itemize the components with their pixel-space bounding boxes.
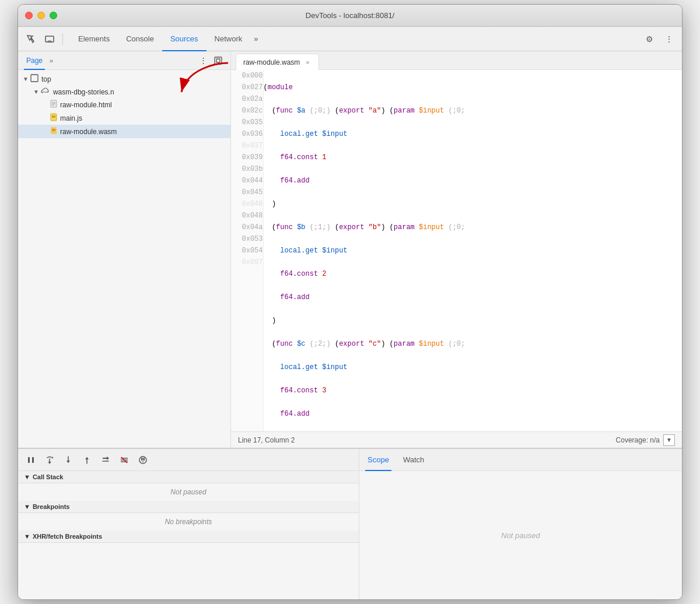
svg-rect-5 bbox=[31, 75, 38, 82]
traffic-lights bbox=[25, 12, 57, 19]
minimize-button[interactable] bbox=[37, 12, 45, 19]
coverage-area: Coverage: n/a ▼ bbox=[616, 434, 675, 446]
expand-arrow-top: ▼ bbox=[23, 76, 29, 82]
js-file-icon bbox=[50, 113, 57, 123]
sidebar-tab-page[interactable]: Page bbox=[24, 52, 45, 70]
call-stack-header[interactable]: ▼ Call Stack bbox=[18, 471, 359, 483]
main-area: Page » ⋮ bbox=[18, 51, 682, 448]
breakpoints-status: No breakpoints bbox=[165, 518, 212, 526]
svg-rect-2 bbox=[215, 57, 222, 64]
sidebar-more-button[interactable]: » bbox=[47, 56, 55, 65]
editor-tab-filename: raw-module.wasm bbox=[243, 58, 300, 66]
menu-button[interactable]: ⋮ bbox=[661, 31, 677, 47]
main-toolbar: Elements Console Sources Network » ⚙ ⋮ bbox=[18, 27, 682, 51]
window-title: DevTools - localhost:8081/ bbox=[306, 11, 394, 20]
tab-console[interactable]: Console bbox=[118, 27, 162, 51]
call-stack-content: Not paused bbox=[18, 483, 359, 501]
step-into-button[interactable] bbox=[61, 453, 75, 467]
breakpoints-label: Breakpoints bbox=[33, 503, 70, 510]
sync-icon[interactable] bbox=[212, 54, 225, 67]
editor-tabs: raw-module.wasm × bbox=[231, 51, 682, 70]
html-file-icon bbox=[50, 100, 57, 110]
device-toolbar-button[interactable] bbox=[41, 31, 58, 47]
tab-sources[interactable]: Sources bbox=[162, 27, 206, 51]
right-tabs: Scope Watch bbox=[359, 449, 682, 471]
main-tabs: Elements Console Sources Network » bbox=[70, 27, 262, 51]
step-out-button[interactable] bbox=[80, 453, 94, 467]
frame-icon bbox=[30, 74, 38, 84]
pause-resume-button[interactable] bbox=[24, 453, 38, 467]
call-stack-status: Not paused bbox=[170, 488, 206, 496]
debug-toolbar bbox=[18, 449, 359, 471]
inspect-element-button[interactable] bbox=[23, 31, 39, 47]
debugger-panel: ▼ Call Stack Not paused ▼ Breakpoints No… bbox=[18, 449, 359, 599]
tree-item-main-js[interactable]: ▶ main.js bbox=[18, 111, 230, 125]
scope-status: Not paused bbox=[501, 531, 540, 540]
svg-marker-21 bbox=[85, 457, 89, 459]
svg-marker-19 bbox=[48, 462, 51, 463]
cloud-icon bbox=[41, 87, 50, 96]
svg-rect-3 bbox=[216, 59, 220, 62]
maximize-button[interactable] bbox=[50, 12, 57, 19]
breakpoints-header[interactable]: ▼ Breakpoints bbox=[18, 501, 359, 513]
line-number-0: 0x000 0x027 0x02a 0x02c 0x035 0x036 0x03… bbox=[231, 70, 263, 431]
right-panel-content: Not paused bbox=[359, 471, 682, 599]
tree-label-raw-html: raw-module.html bbox=[60, 101, 112, 109]
svg-point-29 bbox=[142, 461, 144, 462]
close-button[interactable] bbox=[25, 12, 33, 19]
tab-scope[interactable]: Scope bbox=[365, 450, 391, 471]
xhr-breakpoints-arrow: ▼ bbox=[24, 533, 30, 540]
editor-tab-wasm[interactable]: raw-module.wasm × bbox=[236, 54, 319, 70]
three-dots-icon[interactable]: ⋮ bbox=[197, 54, 209, 67]
sidebar: Page » ⋮ bbox=[18, 51, 231, 448]
call-stack-arrow: ▼ bbox=[24, 473, 30, 480]
settings-button[interactable]: ⚙ bbox=[641, 31, 657, 47]
step-over-button[interactable] bbox=[43, 453, 57, 467]
svg-rect-1 bbox=[48, 41, 51, 42]
coverage-dropdown-button[interactable]: ▼ bbox=[663, 434, 675, 446]
breakpoints-arrow: ▼ bbox=[24, 503, 30, 510]
code-row-0: 0x000 0x027 0x02a 0x02c 0x035 0x036 0x03… bbox=[231, 70, 682, 431]
svg-point-26 bbox=[139, 456, 146, 463]
devtools-window: DevTools - localhost:8081/ Elements Cons… bbox=[18, 4, 682, 600]
xhr-breakpoints-label: XHR/fetch Breakpoints bbox=[33, 533, 102, 540]
right-panel: Scope Watch Not paused bbox=[359, 449, 682, 599]
code-content: (module (func $a (;0;) (export "a") (par… bbox=[263, 70, 682, 431]
sidebar-header: Page » ⋮ bbox=[18, 51, 230, 70]
xhr-breakpoints-header[interactable]: ▼ XHR/fetch Breakpoints bbox=[18, 531, 359, 543]
svg-rect-16 bbox=[28, 457, 30, 463]
tab-elements[interactable]: Elements bbox=[70, 27, 118, 51]
cursor-position: Line 17, Column 2 bbox=[238, 436, 295, 444]
tree-label-top: top bbox=[41, 75, 51, 83]
editor-footer: Line 17, Column 2 Coverage: n/a ▼ bbox=[231, 431, 682, 448]
tab-network[interactable]: Network bbox=[206, 27, 251, 51]
wasm-file-icon bbox=[50, 127, 57, 136]
tree-label-raw-wasm: raw-module.wasm bbox=[60, 128, 117, 136]
deactivate-breakpoints-button[interactable] bbox=[117, 453, 131, 467]
svg-rect-27 bbox=[141, 458, 143, 461]
tree-label-wasm-domain: wasm-dbg-stories.n bbox=[53, 88, 114, 96]
bottom-area: ▼ Call Stack Not paused ▼ Breakpoints No… bbox=[18, 448, 682, 599]
tree-item-raw-wasm[interactable]: ▶ raw-module.wasm bbox=[18, 125, 230, 138]
tree-item-top[interactable]: ▼ top bbox=[18, 72, 230, 86]
pause-on-exceptions-button[interactable] bbox=[136, 453, 150, 467]
sidebar-actions: ⋮ bbox=[197, 54, 225, 67]
svg-marker-18 bbox=[52, 456, 53, 459]
svg-rect-17 bbox=[32, 457, 34, 463]
tree-item-wasm-domain[interactable]: ▼ wasm-dbg-stories.n bbox=[18, 86, 230, 98]
tab-watch[interactable]: Watch bbox=[401, 450, 426, 471]
tree-item-raw-html[interactable]: ▶ raw-module.html bbox=[18, 98, 230, 111]
step-button[interactable] bbox=[99, 453, 113, 467]
breakpoints-content: No breakpoints bbox=[18, 513, 359, 531]
tree-label-main-js: main.js bbox=[60, 114, 82, 122]
editor-area: raw-module.wasm × 0x000 0x027 0x02a 0x02… bbox=[231, 51, 682, 448]
more-tabs-button[interactable]: » bbox=[250, 34, 261, 43]
svg-rect-28 bbox=[144, 458, 145, 461]
code-table: 0x000 0x027 0x02a 0x02c 0x035 0x036 0x03… bbox=[231, 70, 682, 431]
svg-marker-20 bbox=[66, 461, 70, 463]
editor-tab-close-button[interactable]: × bbox=[303, 58, 312, 66]
editor-content[interactable]: 0x000 0x027 0x02a 0x02c 0x035 0x036 0x03… bbox=[231, 70, 682, 431]
file-tree: ▼ top ▼ bbox=[18, 70, 230, 448]
coverage-label: Coverage: n/a bbox=[616, 436, 660, 444]
expand-arrow-wasm: ▼ bbox=[33, 89, 39, 95]
